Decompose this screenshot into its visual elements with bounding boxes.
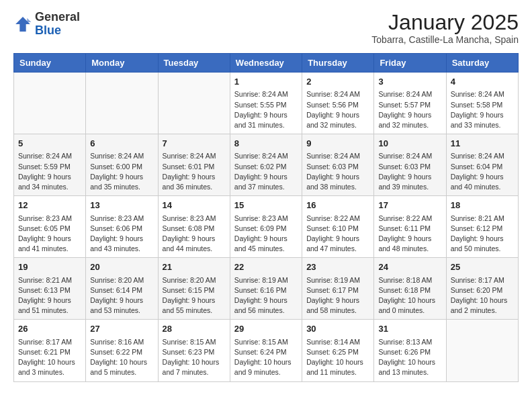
calendar-cell: 22Sunrise: 8:19 AM Sunset: 6:16 PM Dayli… <box>230 258 302 320</box>
day-number: 13 <box>90 199 153 212</box>
day-number: 3 <box>378 76 441 88</box>
day-info: Sunrise: 8:15 AM Sunset: 6:24 PM Dayligh… <box>234 337 298 378</box>
day-info: Sunrise: 8:24 AM Sunset: 6:02 PM Dayligh… <box>234 151 298 192</box>
day-number: 26 <box>18 323 81 335</box>
day-info: Sunrise: 8:24 AM Sunset: 5:57 PM Dayligh… <box>378 89 441 130</box>
page: General Blue January 2025 Tobarra, Casti… <box>0 0 532 393</box>
day-info: Sunrise: 8:24 AM Sunset: 5:55 PM Dayligh… <box>234 89 298 130</box>
day-number: 21 <box>163 261 226 273</box>
location-subtitle: Tobarra, Castille-La Mancha, Spain <box>371 34 519 45</box>
day-number: 5 <box>18 138 81 150</box>
calendar-cell: 7Sunrise: 8:24 AM Sunset: 6:01 PM Daylig… <box>158 134 230 196</box>
calendar-header-row: SundayMondayTuesdayWednesdayThursdayFrid… <box>14 54 519 73</box>
logo-blue-text: Blue <box>35 24 61 37</box>
calendar-cell: 14Sunrise: 8:23 AM Sunset: 6:08 PM Dayli… <box>158 196 230 258</box>
day-info: Sunrise: 8:21 AM Sunset: 6:13 PM Dayligh… <box>18 275 81 316</box>
calendar-cell: 31Sunrise: 8:13 AM Sunset: 6:26 PM Dayli… <box>374 320 446 381</box>
logo-icon <box>13 15 32 34</box>
day-number: 24 <box>378 261 441 273</box>
day-info: Sunrise: 8:21 AM Sunset: 6:12 PM Dayligh… <box>451 214 514 255</box>
calendar-week-row: 19Sunrise: 8:21 AM Sunset: 6:13 PM Dayli… <box>14 258 519 320</box>
day-info: Sunrise: 8:19 AM Sunset: 6:16 PM Dayligh… <box>234 275 298 316</box>
calendar-table: SundayMondayTuesdayWednesdayThursdayFrid… <box>13 53 519 381</box>
calendar-cell: 26Sunrise: 8:17 AM Sunset: 6:21 PM Dayli… <box>14 320 86 381</box>
day-info: Sunrise: 8:24 AM Sunset: 5:59 PM Dayligh… <box>18 151 81 192</box>
day-number: 23 <box>306 261 369 273</box>
day-info: Sunrise: 8:17 AM Sunset: 6:21 PM Dayligh… <box>18 337 81 378</box>
day-info: Sunrise: 8:16 AM Sunset: 6:22 PM Dayligh… <box>90 337 153 378</box>
day-info: Sunrise: 8:13 AM Sunset: 6:26 PM Dayligh… <box>378 337 441 378</box>
calendar-cell: 17Sunrise: 8:22 AM Sunset: 6:11 PM Dayli… <box>374 196 446 258</box>
calendar-header-wednesday: Wednesday <box>230 54 302 73</box>
calendar-cell: 16Sunrise: 8:22 AM Sunset: 6:10 PM Dayli… <box>302 196 374 258</box>
calendar-cell: 5Sunrise: 8:24 AM Sunset: 5:59 PM Daylig… <box>14 134 86 196</box>
calendar-header-sunday: Sunday <box>14 54 86 73</box>
calendar-week-row: 5Sunrise: 8:24 AM Sunset: 5:59 PM Daylig… <box>14 134 519 196</box>
calendar-cell: 25Sunrise: 8:17 AM Sunset: 6:20 PM Dayli… <box>446 258 518 320</box>
day-number: 9 <box>306 138 369 150</box>
calendar-header-friday: Friday <box>374 54 446 73</box>
day-info: Sunrise: 8:20 AM Sunset: 6:14 PM Dayligh… <box>90 275 153 316</box>
logo-general-text: General <box>35 10 80 24</box>
logo: General Blue <box>13 11 80 38</box>
calendar-cell: 24Sunrise: 8:18 AM Sunset: 6:18 PM Dayli… <box>374 258 446 320</box>
day-number: 18 <box>451 199 514 212</box>
calendar-cell: 11Sunrise: 8:24 AM Sunset: 6:04 PM Dayli… <box>446 134 518 196</box>
day-info: Sunrise: 8:23 AM Sunset: 6:05 PM Dayligh… <box>18 214 81 255</box>
day-info: Sunrise: 8:19 AM Sunset: 6:17 PM Dayligh… <box>306 275 369 316</box>
day-number: 30 <box>306 323 369 335</box>
calendar-cell: 8Sunrise: 8:24 AM Sunset: 6:02 PM Daylig… <box>230 134 302 196</box>
calendar-header-saturday: Saturday <box>446 54 518 73</box>
day-number: 31 <box>378 323 441 335</box>
day-number: 20 <box>90 261 153 273</box>
day-info: Sunrise: 8:18 AM Sunset: 6:18 PM Dayligh… <box>378 275 441 316</box>
calendar-cell <box>14 73 86 134</box>
calendar-cell: 3Sunrise: 8:24 AM Sunset: 5:57 PM Daylig… <box>374 73 446 134</box>
calendar-week-row: 12Sunrise: 8:23 AM Sunset: 6:05 PM Dayli… <box>14 196 519 258</box>
day-number: 11 <box>451 138 514 150</box>
day-number: 2 <box>306 76 369 88</box>
title-block: January 2025 Tobarra, Castille-La Mancha… <box>371 11 519 45</box>
calendar-cell: 28Sunrise: 8:15 AM Sunset: 6:23 PM Dayli… <box>158 320 230 381</box>
day-info: Sunrise: 8:23 AM Sunset: 6:09 PM Dayligh… <box>234 214 298 255</box>
calendar-cell: 12Sunrise: 8:23 AM Sunset: 6:05 PM Dayli… <box>14 196 86 258</box>
calendar-header-thursday: Thursday <box>302 54 374 73</box>
calendar-cell: 13Sunrise: 8:23 AM Sunset: 6:06 PM Dayli… <box>86 196 158 258</box>
day-info: Sunrise: 8:24 AM Sunset: 6:00 PM Dayligh… <box>90 151 153 192</box>
calendar-cell: 20Sunrise: 8:20 AM Sunset: 6:14 PM Dayli… <box>86 258 158 320</box>
month-title: January 2025 <box>371 11 519 34</box>
day-number: 4 <box>451 76 514 88</box>
calendar-week-row: 26Sunrise: 8:17 AM Sunset: 6:21 PM Dayli… <box>14 320 519 381</box>
calendar-cell: 9Sunrise: 8:24 AM Sunset: 6:03 PM Daylig… <box>302 134 374 196</box>
calendar-cell: 1Sunrise: 8:24 AM Sunset: 5:55 PM Daylig… <box>230 73 302 134</box>
day-info: Sunrise: 8:22 AM Sunset: 6:11 PM Dayligh… <box>378 214 441 255</box>
calendar-cell: 6Sunrise: 8:24 AM Sunset: 6:00 PM Daylig… <box>86 134 158 196</box>
day-info: Sunrise: 8:24 AM Sunset: 5:56 PM Dayligh… <box>306 89 369 130</box>
day-number: 16 <box>306 199 369 212</box>
calendar-cell <box>86 73 158 134</box>
calendar-cell: 29Sunrise: 8:15 AM Sunset: 6:24 PM Dayli… <box>230 320 302 381</box>
calendar-cell: 18Sunrise: 8:21 AM Sunset: 6:12 PM Dayli… <box>446 196 518 258</box>
day-number: 12 <box>18 199 81 212</box>
header: General Blue January 2025 Tobarra, Casti… <box>13 11 519 45</box>
day-number: 19 <box>18 261 81 273</box>
day-number: 22 <box>234 261 298 273</box>
calendar-cell: 10Sunrise: 8:24 AM Sunset: 6:03 PM Dayli… <box>374 134 446 196</box>
day-number: 29 <box>234 323 298 335</box>
day-number: 7 <box>163 138 226 150</box>
day-number: 17 <box>378 199 441 212</box>
day-info: Sunrise: 8:23 AM Sunset: 6:06 PM Dayligh… <box>90 214 153 255</box>
calendar-cell: 2Sunrise: 8:24 AM Sunset: 5:56 PM Daylig… <box>302 73 374 134</box>
calendar-cell: 19Sunrise: 8:21 AM Sunset: 6:13 PM Dayli… <box>14 258 86 320</box>
svg-marker-1 <box>27 17 31 21</box>
day-info: Sunrise: 8:14 AM Sunset: 6:25 PM Dayligh… <box>306 337 369 378</box>
day-number: 10 <box>378 138 441 150</box>
calendar-week-row: 1Sunrise: 8:24 AM Sunset: 5:55 PM Daylig… <box>14 73 519 134</box>
day-number: 14 <box>163 199 226 212</box>
day-number: 27 <box>90 323 153 335</box>
day-info: Sunrise: 8:23 AM Sunset: 6:08 PM Dayligh… <box>163 214 226 255</box>
day-number: 25 <box>451 261 514 273</box>
day-number: 8 <box>234 138 298 150</box>
day-info: Sunrise: 8:24 AM Sunset: 6:03 PM Dayligh… <box>378 151 441 192</box>
day-info: Sunrise: 8:17 AM Sunset: 6:20 PM Dayligh… <box>451 275 514 316</box>
